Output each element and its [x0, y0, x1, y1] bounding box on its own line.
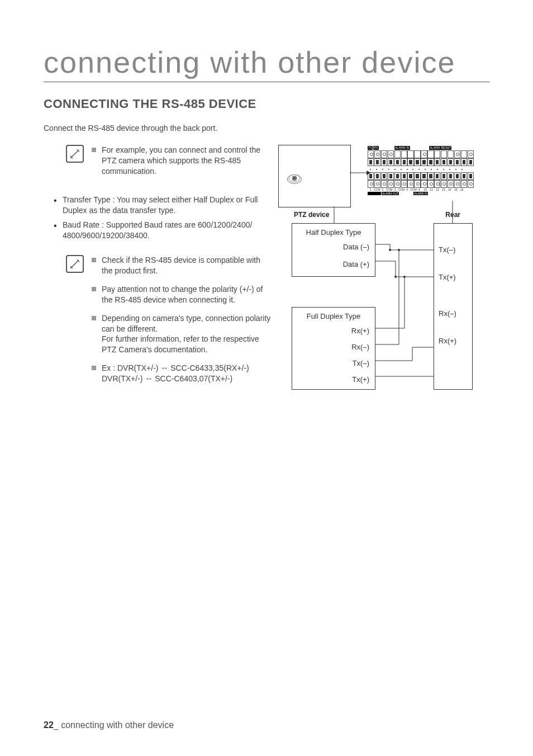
full-duplex-title: Full Duplex Type [298, 312, 369, 320]
bullet-item: Transfer Type : You may select either Ha… [44, 195, 273, 216]
ptz-label: PTZ device [294, 211, 329, 219]
note-item: Ex : DVR(TX+/-) ↔ SCC-C6433,35(RX+/-) DV… [92, 363, 273, 384]
square-bullet-icon [92, 258, 96, 262]
svg-point-26 [403, 276, 406, 278]
page-footer: 22_ connecting with other device [44, 720, 174, 730]
rear-signals-box: Tx(–) Tx(+) Rx(–) Rx(+) [434, 223, 473, 390]
rear-label: Rear [445, 211, 460, 219]
signal-label: Rx(–) [298, 343, 369, 351]
full-duplex-box: Full Duplex Type Rx(+) Rx(–) Tx(–) Tx(+) [292, 307, 375, 390]
section-title: CONNECTING THE RS-485 DEVICE [44, 97, 489, 111]
terminal-top-labels: TX RX ALARM IN ALARM RESET [368, 145, 474, 150]
svg-point-24 [394, 276, 397, 278]
terminal-bottom-labels: ALARM OUT ALARM IN [368, 192, 474, 195]
note-item: Depending on camera's type, connection p… [92, 313, 273, 356]
footer-sep: _ [54, 720, 59, 730]
signal-label: Rx(–) [439, 310, 468, 317]
page-number: 22 [44, 720, 54, 730]
square-bullet-icon [92, 287, 96, 291]
square-bullet-icon [92, 366, 96, 370]
note-text: Pay attention not to change the polarity… [102, 284, 273, 305]
square-bullet-icon [92, 316, 96, 320]
rear-terminal-block: TX RX ALARM IN ALARM RESET [368, 145, 474, 201]
svg-point-23 [389, 249, 391, 251]
note-block-1: For example, you can connect and control… [44, 145, 273, 185]
half-duplex-title: Half Duplex Type [298, 228, 369, 237]
text-column: For example, you can connect and control… [44, 145, 278, 402]
note-text: For example, you can connect and control… [102, 145, 273, 177]
signal-label: Rx(+) [439, 337, 468, 344]
note-block-2: Check if the RS-485 device is compatible… [44, 255, 273, 392]
note-item: Check if the RS-485 device is compatible… [92, 255, 273, 276]
svg-point-3 [293, 177, 295, 179]
signal-label: Data (–) [298, 243, 369, 251]
intro-text: Connect the RS-485 device through the ba… [44, 124, 489, 133]
connection-diagram: PTZ device TX RX ALARM IN ALARM RESET [278, 145, 485, 396]
terminal-bottom-nums: 1COM 2COM 3COM 4COM 910 1112 1314 1516 [368, 188, 474, 191]
note-item: Pay attention not to change the polarity… [92, 284, 273, 305]
signal-label: Rx(+) [298, 327, 369, 334]
diagram-column: PTZ device TX RX ALARM IN ALARM RESET [278, 145, 489, 396]
signal-label: Data (+) [298, 261, 369, 268]
ptz-device-box [278, 145, 351, 207]
note-item: For example, you can connect and control… [92, 145, 273, 177]
footer-chapter: connecting with other device [61, 720, 174, 730]
terminal-dots [368, 168, 474, 170]
bullet-list: Transfer Type : You may select either Ha… [44, 195, 273, 242]
dome-camera-icon [285, 167, 303, 185]
signal-label: Tx(–) [298, 360, 369, 367]
note-icon [66, 145, 84, 163]
note-text: Depending on camera's type, connection p… [102, 313, 273, 356]
signal-label: Tx(+) [439, 273, 468, 281]
note-icon [66, 255, 84, 273]
svg-point-25 [398, 249, 400, 251]
signal-label: Tx(+) [298, 376, 369, 383]
note-text: Ex : DVR(TX+/-) ↔ SCC-C6433,35(RX+/-) DV… [102, 363, 249, 384]
half-duplex-box: Half Duplex Type Data (–) Data (+) [292, 223, 375, 277]
bullet-item: Baud Rate : Supported Baud rates are 600… [44, 220, 273, 242]
chapter-title: connecting with other device [44, 45, 489, 82]
terminal-top-row [368, 150, 474, 158]
square-bullet-icon [92, 148, 96, 152]
signal-label: Tx(–) [439, 246, 468, 253]
note-text: Check if the RS-485 device is compatible… [102, 255, 273, 276]
